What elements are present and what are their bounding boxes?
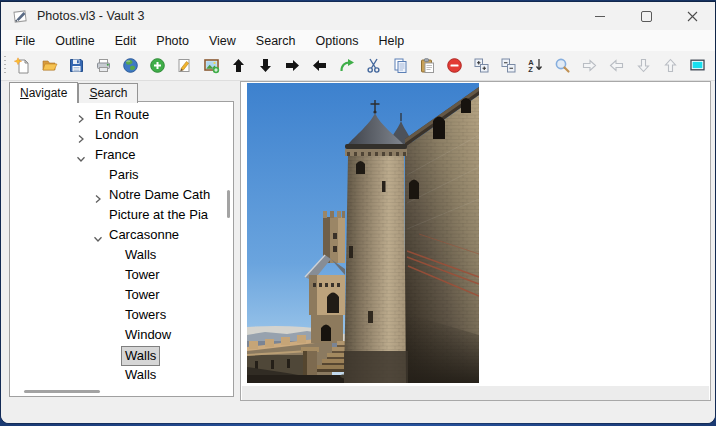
collapse-all-icon: [500, 57, 517, 74]
tree-item-walls[interactable]: Walls: [10, 365, 233, 385]
toolbar-globe-button[interactable]: [122, 57, 139, 74]
go-up-icon: [662, 57, 679, 74]
toolbar-remove-item-button[interactable]: [446, 57, 463, 74]
remove-item-icon: [446, 57, 463, 74]
toolbar-new-document-button[interactable]: [14, 57, 31, 74]
toolbar-go-back-button[interactable]: [608, 57, 625, 74]
toolbar-insert-image-button[interactable]: [203, 57, 220, 74]
tree-item-label: Walls: [125, 245, 156, 265]
search-icon: [554, 57, 571, 74]
menu-file[interactable]: File: [5, 32, 45, 50]
tree-item-paris[interactable]: Paris: [10, 165, 233, 185]
chevron-right-icon[interactable]: [93, 190, 103, 200]
tree-item-label: London: [95, 125, 138, 145]
move-right-icon: [284, 57, 301, 74]
tree-item-france[interactable]: France: [10, 145, 233, 165]
chevron-right-icon[interactable]: [76, 110, 86, 120]
tree-item-tower[interactable]: Tower: [10, 285, 233, 305]
tree-item-picture-at-the-pia[interactable]: Picture at the Pia: [10, 205, 233, 225]
toolbar-save-button[interactable]: [68, 57, 85, 74]
go-back-icon: [608, 57, 625, 74]
chevron-down-icon[interactable]: [93, 230, 103, 240]
toolbar-expand-all-button[interactable]: [473, 57, 490, 74]
tree-item-label: En Route: [95, 105, 149, 125]
go-down-icon: [635, 57, 652, 74]
toolbar-sort-button[interactable]: AZ: [527, 57, 544, 74]
minimize-button[interactable]: [577, 2, 623, 30]
expand-all-icon: [473, 57, 490, 74]
window-title: Photos.vl3 - Vault 3: [37, 9, 144, 23]
menu-options[interactable]: Options: [305, 32, 368, 50]
go-forward-icon: [581, 57, 598, 74]
toolbar-move-up-button[interactable]: [230, 57, 247, 74]
tree-item-carcasonne[interactable]: Carcasonne: [10, 225, 233, 245]
move-up-icon: [230, 57, 247, 74]
menu-search[interactable]: Search: [246, 32, 306, 50]
castle-photo-image: [247, 83, 479, 383]
toolbar-go-forward-button[interactable]: [581, 57, 598, 74]
toolbar-paste-button[interactable]: [419, 57, 436, 74]
menu-photo[interactable]: Photo: [146, 32, 199, 50]
tree-item-window[interactable]: Window: [10, 325, 233, 345]
photo-scroll-area[interactable]: [242, 386, 709, 400]
toolbar-move-right-button[interactable]: [284, 57, 301, 74]
tree-item-label: Walls: [125, 365, 156, 385]
paste-icon: [419, 57, 436, 74]
toolbar-move-down-button[interactable]: [257, 57, 274, 74]
tree-item-tower[interactable]: Tower: [10, 265, 233, 285]
tree-item-label: Tower: [125, 285, 160, 305]
toolbar-edit-item-button[interactable]: [176, 57, 193, 74]
slideshow-icon: [689, 57, 706, 74]
chevron-down-icon[interactable]: [76, 150, 86, 160]
maximize-button[interactable]: [623, 2, 669, 30]
move-down-icon: [257, 57, 274, 74]
tree-item-en-route[interactable]: En Route: [10, 105, 233, 125]
title-bar: Photos.vl3 - Vault 3: [1, 2, 715, 30]
toolbar-slideshow-button[interactable]: [689, 57, 706, 74]
tree-item-walls[interactable]: Walls: [10, 245, 233, 265]
minimize-icon: [595, 16, 605, 17]
menu-help[interactable]: Help: [369, 32, 415, 50]
move-left-icon: [311, 57, 328, 74]
menu-outline[interactable]: Outline: [45, 32, 105, 50]
tree-item-label: Carcasonne: [109, 225, 179, 245]
tab-navigate[interactable]: Navigate: [9, 82, 78, 103]
edit-item-icon: [176, 57, 193, 74]
app-window: Photos.vl3 - Vault 3 FileOutlineEditPhot…: [1, 2, 715, 423]
menu-edit[interactable]: Edit: [105, 32, 147, 50]
photo-carcassonne: [247, 83, 479, 383]
toolbar-collapse-all-button[interactable]: [500, 57, 517, 74]
content-area: NavigateSearch En RouteLondonFranceParis…: [1, 81, 715, 423]
toolbar-copy-button[interactable]: [392, 57, 409, 74]
toolbar-search-button[interactable]: [554, 57, 571, 74]
toolbar-gripper[interactable]: [4, 56, 6, 75]
toolbar-go-down-button[interactable]: [635, 57, 652, 74]
toolbar-open-file-button[interactable]: [41, 57, 58, 74]
chevron-right-icon[interactable]: [76, 130, 86, 140]
toolbar-redo-button[interactable]: [338, 57, 355, 74]
tree-item-label: Picture at the Pia: [109, 205, 208, 225]
redo-icon: [338, 57, 355, 74]
tree-item-london[interactable]: London: [10, 125, 233, 145]
menu-view[interactable]: View: [199, 32, 246, 50]
tab-search[interactable]: Search: [78, 83, 138, 103]
tree-item-walls[interactable]: Walls: [10, 345, 233, 365]
new-document-icon: [14, 57, 31, 74]
close-icon: [687, 11, 698, 22]
sort-icon: AZ: [527, 57, 544, 74]
svg-text:Z: Z: [528, 65, 533, 74]
close-button[interactable]: [669, 2, 715, 30]
toolbar-add-item-button[interactable]: [149, 57, 166, 74]
maximize-icon: [641, 11, 652, 22]
toolbar-cut-button[interactable]: [365, 57, 382, 74]
tree-vertical-scrollbar[interactable]: [227, 190, 230, 218]
tab-strip: NavigateSearch: [9, 82, 138, 103]
toolbar-print-button[interactable]: [95, 57, 112, 74]
toolbar-go-up-button[interactable]: [662, 57, 679, 74]
tree-horizontal-scrollbar[interactable]: [24, 390, 100, 393]
tree-item-towers[interactable]: Towers: [10, 305, 233, 325]
menu-bar: FileOutlineEditPhotoViewSearchOptionsHel…: [1, 30, 715, 51]
tree-item-label: Paris: [109, 165, 139, 185]
toolbar-move-left-button[interactable]: [311, 57, 328, 74]
tree-item-notre-dame-cath[interactable]: Notre Dame Cath: [10, 185, 233, 205]
